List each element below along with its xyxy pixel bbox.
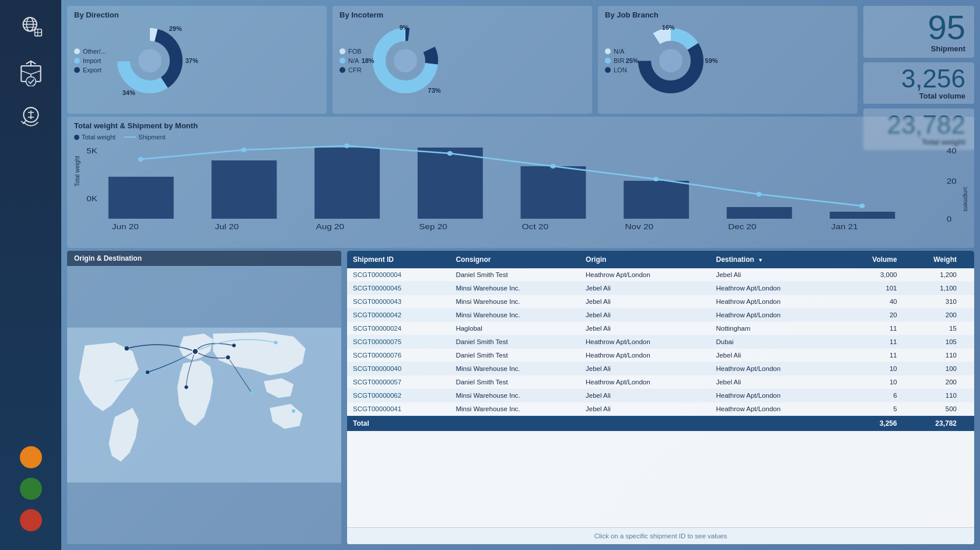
by-job-branch-card: By Job Branch N/A BIR LON [598, 6, 858, 114]
svg-point-44 [241, 148, 246, 152]
table-row[interactable]: SCGT00000057 Daniel Smith Test Heathrow … [347, 376, 974, 389]
svg-point-65 [274, 341, 278, 344]
cell-shipment-id[interactable]: SCGT00000057 [347, 376, 450, 389]
svg-text:Jan 21: Jan 21 [831, 222, 858, 231]
kpi-section: 95 Shipment 3,256 Total volume 23,782 To… [863, 6, 974, 114]
svg-text:Oct 20: Oct 20 [522, 222, 548, 231]
cell-volume: 11 [841, 349, 903, 362]
cell-weight: 1,200 [903, 268, 963, 282]
svg-text:20: 20 [947, 177, 957, 185]
job-branch-legend: N/A BIR LON [605, 48, 627, 73]
cell-origin: Heathrow Apt/London [580, 376, 710, 389]
cell-shipment-id[interactable]: SCGT00000004 [347, 268, 450, 282]
cell-shipment-id[interactable]: SCGT00000075 [347, 335, 450, 349]
total-volume: 3,256 [841, 416, 903, 432]
cell-weight: 110 [903, 349, 963, 362]
cell-weight: 200 [903, 376, 963, 389]
table-row[interactable]: SCGT00000076 Daniel Smith Test Heathrow … [347, 349, 974, 362]
total-volume-label: Total volume [872, 92, 965, 100]
cell-volume: 101 [841, 282, 903, 295]
svg-rect-41 [727, 207, 792, 219]
cell-destination: Heathrow Apt/London [710, 309, 840, 322]
svg-point-45 [344, 143, 349, 148]
svg-point-48 [653, 177, 659, 181]
cell-shipment-id[interactable]: SCGT00000040 [347, 362, 450, 376]
cell-shipment-id[interactable]: SCGT00000024 [347, 322, 450, 335]
svg-point-68 [250, 391, 254, 395]
table-row[interactable]: SCGT00000004 Daniel Smith Test Heathrow … [347, 268, 974, 282]
svg-point-50 [859, 204, 864, 208]
cell-shipment-id[interactable]: SCGT00000041 [347, 402, 450, 416]
table-row[interactable]: SCGT00000024 Haglobal Jebel Ali Nottingh… [347, 322, 974, 335]
table-row[interactable]: SCGT00000041 Minsi Warehouse Inc. Jebel … [347, 402, 974, 416]
map-card: Origin & Destination [67, 251, 341, 544]
table-row[interactable]: SCGT00000045 Minsi Warehouse Inc. Jebel … [347, 282, 974, 295]
cell-origin: Heathrow Apt/London [580, 268, 710, 282]
cell-destination: Dubai [710, 335, 840, 349]
svg-point-62 [125, 346, 129, 351]
cell-weight: 105 [903, 335, 963, 349]
cell-destination: Jebel Ali [710, 349, 840, 362]
cell-consignor: Daniel Smith Test [450, 349, 580, 362]
col-shipment-id[interactable]: Shipment ID [347, 251, 450, 268]
cell-destination: Heathrow Apt/London [710, 295, 840, 309]
cell-origin: Jebel Ali [580, 389, 710, 402]
cell-volume: 6 [841, 389, 903, 402]
svg-text:Nov 20: Nov 20 [625, 222, 654, 231]
dot-red[interactable] [20, 509, 42, 531]
col-volume[interactable]: Volume [841, 251, 903, 268]
svg-text:0: 0 [947, 215, 952, 223]
incoterm-legend: FOB N/A CFR [340, 48, 362, 73]
cell-shipment-id[interactable]: SCGT00000062 [347, 389, 450, 402]
cell-shipment-id[interactable]: SCGT00000042 [347, 309, 450, 322]
cell-shipment-id[interactable]: SCGT00000076 [347, 349, 450, 362]
cell-volume: 10 [841, 362, 903, 376]
dot-green[interactable] [20, 478, 42, 500]
shipment-table: Shipment ID Consignor Origin Destination… [347, 251, 974, 544]
svg-rect-36 [212, 160, 277, 219]
svg-point-49 [756, 192, 761, 197]
cell-destination: Jebel Ali [710, 268, 840, 282]
cell-destination: Nottingham [710, 322, 840, 335]
svg-point-24 [394, 49, 417, 72]
total-volume-value: 3,256 [872, 66, 965, 92]
sort-destination-icon: ▼ [758, 257, 763, 263]
weight-shipment-card: Total weight & Shipment by Month Total w… [67, 117, 974, 248]
cell-origin: Jebel Ali [580, 322, 710, 335]
svg-point-46 [447, 151, 452, 156]
cell-shipment-id[interactable]: SCGT00000045 [347, 282, 450, 295]
cell-origin: Jebel Ali [580, 295, 710, 309]
col-origin[interactable]: Origin [580, 251, 710, 268]
sidebar [0, 0, 61, 550]
svg-text:Total weight: Total weight [74, 156, 81, 187]
total-row: Total 3,256 23,782 [347, 416, 974, 432]
cell-consignor: Haglobal [450, 322, 580, 335]
col-destination[interactable]: Destination ▼ [710, 251, 840, 268]
table-row[interactable]: SCGT00000042 Minsi Warehouse Inc. Jebel … [347, 309, 974, 322]
cell-volume: 5 [841, 402, 903, 416]
svg-text:Jul 20: Jul 20 [215, 222, 239, 231]
col-consignor[interactable]: Consignor [450, 251, 580, 268]
dot-orange[interactable] [20, 446, 42, 468]
cell-destination: Heathrow Apt/London [710, 282, 840, 295]
payment-icon[interactable] [10, 97, 51, 138]
by-direction-title: By Direction [74, 10, 320, 19]
table-row[interactable]: SCGT00000062 Minsi Warehouse Inc. Jebel … [347, 389, 974, 402]
cell-shipment-id[interactable]: SCGT00000043 [347, 295, 450, 309]
svg-point-66 [146, 370, 149, 374]
table-row[interactable]: SCGT00000043 Minsi Warehouse Inc. Jebel … [347, 295, 974, 309]
cell-origin: Jebel Ali [580, 362, 710, 376]
cell-weight: 200 [903, 309, 963, 322]
col-weight[interactable]: Weight [903, 251, 963, 268]
package-icon[interactable] [10, 51, 51, 92]
table-row[interactable]: SCGT00000075 Daniel Smith Test Heathrow … [347, 335, 974, 349]
by-incoterm-card: By Incoterm FOB N/A CFR [332, 6, 592, 114]
cell-origin: Heathrow Apt/London [580, 349, 710, 362]
bottom-row: Origin & Destination [61, 251, 980, 550]
globe-icon[interactable] [10, 6, 51, 47]
cell-volume: 40 [841, 295, 903, 309]
total-volume-kpi: 3,256 Total volume [863, 62, 974, 104]
table-row[interactable]: SCGT00000040 Minsi Warehouse Inc. Jebel … [347, 362, 974, 376]
cell-volume: 10 [841, 376, 903, 389]
table-scroll-area[interactable]: Shipment ID Consignor Origin Destination… [347, 251, 974, 527]
